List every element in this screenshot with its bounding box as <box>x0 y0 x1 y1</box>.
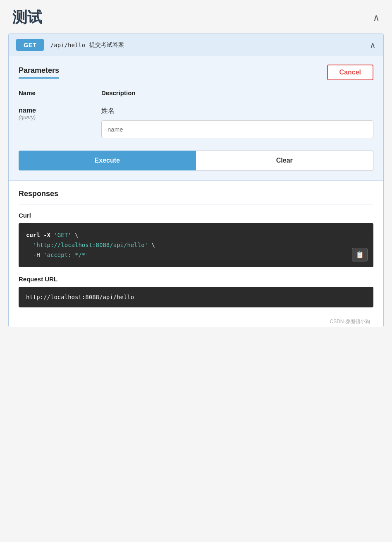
page-collapse-icon[interactable]: ∧ <box>373 12 380 23</box>
page-header: 测试 ∧ <box>0 0 392 34</box>
curl-accept-string: 'accept: */*' <box>43 252 89 258</box>
params-col-headers: Name Description <box>19 89 373 100</box>
request-url-label: Request URL <box>19 276 373 283</box>
param-name-input[interactable] <box>101 120 373 138</box>
api-collapse-icon[interactable]: ∧ <box>370 40 376 50</box>
curl-url-string: 'http://localhost:8088/api/hello' <box>33 242 148 248</box>
watermark: CSDN @囤顿小狗 <box>19 316 373 327</box>
param-row: name (query) 姓名 <box>19 107 373 138</box>
copy-icon[interactable]: 📋 <box>352 248 368 261</box>
parameters-section: Parameters Cancel Name Description name … <box>9 56 383 181</box>
responses-section: Responses Curl curl -X 'GET' \ 'http://l… <box>9 181 383 327</box>
params-header: Parameters Cancel <box>19 65 373 80</box>
request-url-section: Request URL http://localhost:8088/api/he… <box>19 276 373 316</box>
responses-title: Responses <box>19 189 373 204</box>
curl-section: Curl curl -X 'GET' \ 'http://localhost:8… <box>19 204 373 267</box>
param-desc-col: 姓名 <box>101 107 373 138</box>
execute-button[interactable]: Execute <box>19 151 196 170</box>
api-description: 提交考试答案 <box>89 41 124 49</box>
page-title: 测试 <box>12 7 42 28</box>
col-name-header: Name <box>19 89 101 96</box>
curl-code: curl -X 'GET' \ 'http://localhost:8088/a… <box>26 230 366 260</box>
request-url-block: http://localhost:8088/api/hello <box>19 287 373 307</box>
curl-keyword: curl -X <box>26 232 54 238</box>
request-url-text: http://localhost:8088/api/hello <box>26 294 134 300</box>
curl-get-string: 'GET' <box>54 232 71 238</box>
curl-label: Curl <box>19 212 373 219</box>
method-badge: GET <box>16 39 44 51</box>
param-name-col: name (query) <box>19 107 101 120</box>
param-name: name <box>19 107 101 114</box>
param-type: (query) <box>19 114 101 120</box>
curl-code-block: curl -X 'GET' \ 'http://localhost:8088/a… <box>19 223 373 267</box>
col-desc-header: Description <box>101 89 136 96</box>
param-description: 姓名 <box>101 107 373 115</box>
api-header: GET /api/hello 提交考试答案 ∧ <box>9 34 383 56</box>
api-path: /api/hello <box>50 42 85 48</box>
params-table: Name Description name (query) 姓名 <box>19 89 373 138</box>
clear-button[interactable]: Clear <box>196 151 374 170</box>
main-card: GET /api/hello 提交考试答案 ∧ Parameters Cance… <box>8 34 384 327</box>
params-title: Parameters <box>19 66 59 79</box>
cancel-button[interactable]: Cancel <box>327 65 373 80</box>
action-buttons: Execute Clear <box>19 151 373 170</box>
